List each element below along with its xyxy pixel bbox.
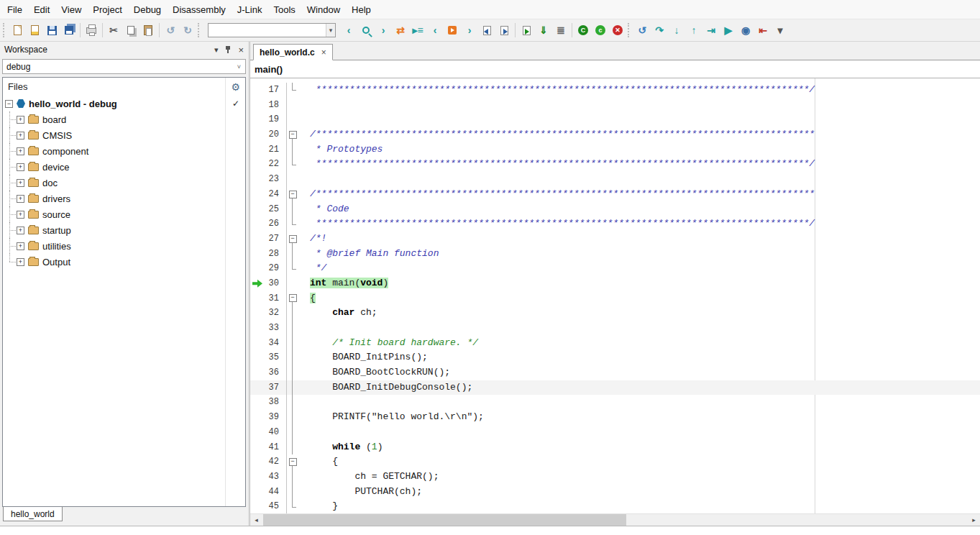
step-over-icon[interactable]: ↷ <box>651 22 668 39</box>
code-line-41[interactable]: 41 while (1) <box>250 440 980 455</box>
expand-icon[interactable]: + <box>17 132 24 140</box>
line-number[interactable]: 42 <box>250 454 286 470</box>
c-spy-continue-icon[interactable]: c <box>592 22 609 39</box>
save-all-icon[interactable] <box>60 22 78 39</box>
paste-icon[interactable] <box>139 22 157 39</box>
code-line-38[interactable]: 38 <box>250 395 980 410</box>
code-line-23[interactable]: 23 <box>250 172 980 187</box>
fold-collapse-icon[interactable]: − <box>286 187 298 202</box>
menu-jlink[interactable]: J-Link <box>232 1 268 18</box>
next-statement-icon[interactable]: ⇥ <box>702 22 720 39</box>
code-line-39[interactable]: 39 PRINTF("hello world.\r\n"); <box>250 410 980 425</box>
code-line-24[interactable]: 24−/************************************… <box>250 187 980 202</box>
new-document-icon[interactable] <box>9 22 26 39</box>
tree-item-hello-world-debug[interactable]: −hello_world - debug✓ <box>3 96 245 111</box>
tree-item-source[interactable]: +source <box>3 206 245 222</box>
code-line-35[interactable]: 35 BOARD_InitPins(); <box>250 350 980 365</box>
line-number[interactable]: 19 <box>250 112 286 127</box>
cut-icon[interactable]: ✂ <box>105 22 122 39</box>
line-number[interactable]: 20 <box>250 127 286 142</box>
code-line-18[interactable]: 18 <box>250 98 980 113</box>
code-line-29[interactable]: 29 */ <box>250 261 980 276</box>
expand-icon[interactable]: + <box>17 163 24 171</box>
code-line-34[interactable]: 34 /* Init board hardware. */ <box>250 336 980 351</box>
break-icon[interactable]: ◉ <box>737 22 754 39</box>
fold-collapse-icon[interactable]: − <box>286 291 298 306</box>
tree-item-startup[interactable]: +startup <box>3 222 245 238</box>
quick-search-input[interactable] <box>209 24 326 36</box>
workspace-tab-hello-world[interactable]: hello_world <box>3 506 63 521</box>
tree-item-cmsis[interactable]: +CMSIS <box>3 127 245 143</box>
view-build-log-icon[interactable]: ≣ <box>552 22 569 39</box>
step-into-icon[interactable]: ↓ <box>668 22 685 39</box>
build-config-select[interactable]: debug ˅ <box>2 59 246 74</box>
pin-icon[interactable] <box>224 45 232 54</box>
menu-help[interactable]: Help <box>346 1 377 18</box>
copy-icon[interactable] <box>122 22 139 39</box>
tree-item-output[interactable]: +Output <box>3 254 245 270</box>
expand-icon[interactable]: + <box>17 211 24 219</box>
scrollbar-thumb[interactable] <box>263 514 626 526</box>
line-number[interactable]: 34 <box>250 336 286 351</box>
go-icon[interactable]: ▶ <box>720 22 737 39</box>
menu-tools[interactable]: Tools <box>267 1 301 18</box>
code-line-30[interactable]: 30int main(void) <box>250 276 980 291</box>
previous-location-icon[interactable] <box>478 22 495 39</box>
menu-debug[interactable]: Debug <box>128 1 167 18</box>
tree-item-drivers[interactable]: +drivers <box>3 191 245 206</box>
menu-project[interactable]: Project <box>87 1 127 18</box>
line-number[interactable]: 39 <box>250 410 286 425</box>
scroll-left-button[interactable]: ◂ <box>250 514 262 526</box>
pane-close-icon[interactable]: × <box>238 45 244 55</box>
code-line-42[interactable]: 42− { <box>250 454 980 470</box>
redo-icon[interactable]: ↻ <box>179 22 196 39</box>
menu-file[interactable]: File <box>1 1 28 18</box>
code-line-21[interactable]: 21 * Prototypes <box>250 142 980 157</box>
code-line-20[interactable]: 20−/************************************… <box>250 127 980 142</box>
next-bookmark-icon[interactable]: › <box>461 22 478 39</box>
code-line-22[interactable]: 22 *************************************… <box>250 157 980 172</box>
code-line-43[interactable]: 43 ch = GETCHAR(); <box>250 470 980 485</box>
open-document-icon[interactable] <box>26 22 43 39</box>
reset-icon[interactable]: ↺ <box>633 22 651 39</box>
line-number[interactable]: 32 <box>250 306 286 321</box>
menu-edit[interactable]: Edit <box>28 1 55 18</box>
replace-icon[interactable]: ⇄ <box>392 22 409 39</box>
expand-icon[interactable]: + <box>17 147 24 155</box>
make-icon[interactable] <box>518 22 535 39</box>
stop-build-icon[interactable]: ✕ <box>609 22 626 39</box>
c-spy-go-icon[interactable]: C <box>574 22 592 39</box>
menu-window[interactable]: Window <box>301 1 346 18</box>
expand-icon[interactable]: + <box>17 258 24 266</box>
code-line-28[interactable]: 28 * @brief Main function <box>250 247 980 262</box>
line-number[interactable]: 30 <box>250 276 286 291</box>
previous-bookmark-icon[interactable]: ‹ <box>426 22 444 39</box>
line-number[interactable]: 21 <box>250 142 286 157</box>
code-line-17[interactable]: 17 *************************************… <box>250 83 980 98</box>
step-out-icon[interactable]: ↑ <box>685 22 702 39</box>
function-selector-bar[interactable]: main() <box>250 60 980 78</box>
line-number[interactable]: 26 <box>250 216 286 232</box>
go-to-icon[interactable]: ▸≡ <box>409 22 426 39</box>
save-icon[interactable] <box>43 22 60 39</box>
find-icon[interactable] <box>357 22 375 39</box>
quick-search-combo[interactable]: ▾ <box>208 23 336 37</box>
stop-debugging-icon[interactable]: ⇤ <box>754 22 771 39</box>
expand-icon[interactable]: + <box>17 116 24 124</box>
find-previous-icon[interactable]: ‹ <box>340 22 357 39</box>
line-number[interactable]: 31 <box>250 291 286 306</box>
scrollbar-track[interactable] <box>262 514 968 526</box>
line-number[interactable]: 24 <box>250 187 286 202</box>
line-number[interactable]: 18 <box>250 98 286 113</box>
expand-icon[interactable]: + <box>17 227 24 234</box>
line-number[interactable]: 28 <box>250 247 286 262</box>
horizontal-scrollbar[interactable]: ◂ ▸ <box>250 513 980 526</box>
code-line-27[interactable]: 27−/*! <box>250 232 980 247</box>
line-number[interactable]: 40 <box>250 425 286 440</box>
code-line-32[interactable]: 32 char ch; <box>250 306 980 321</box>
line-number[interactable]: 29 <box>250 261 286 276</box>
code-line-45[interactable]: 45 } <box>250 499 980 513</box>
undo-icon[interactable]: ↺ <box>162 22 179 39</box>
line-number[interactable]: 35 <box>250 350 286 365</box>
tree-item-device[interactable]: +device <box>3 159 245 175</box>
